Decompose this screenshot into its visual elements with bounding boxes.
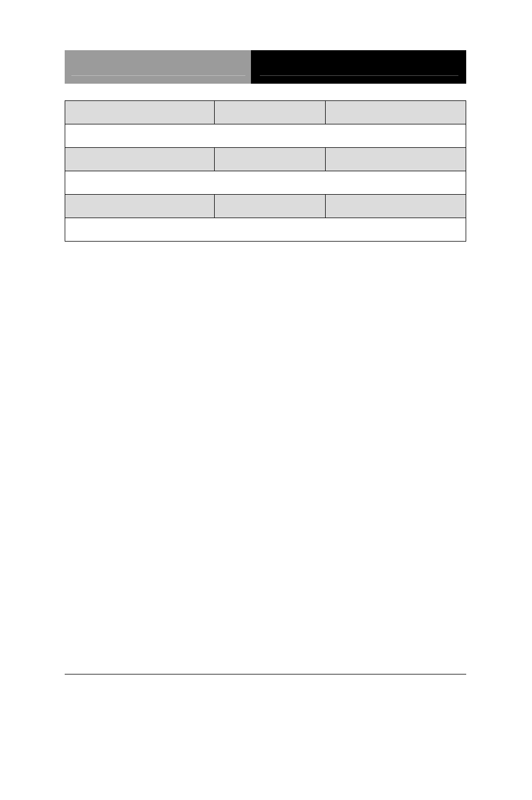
table-cell-merged (65, 124, 466, 148)
table-row (65, 101, 466, 124)
header-left-panel (65, 50, 251, 84)
page-content (65, 50, 466, 242)
table-cell (214, 101, 326, 124)
table-row (65, 218, 466, 242)
table-cell (65, 148, 215, 171)
table-cell (214, 148, 326, 171)
table-row (65, 124, 466, 148)
header-left-underline (71, 75, 245, 76)
table-cell (326, 101, 466, 124)
table-cell (214, 195, 326, 218)
header-right-underline (260, 75, 458, 76)
table-row (65, 148, 466, 171)
header-band (65, 50, 466, 84)
footer-rule (65, 674, 466, 674)
header-right-panel (251, 50, 466, 84)
table-cell-merged (65, 171, 466, 195)
data-table (65, 100, 466, 242)
table-cell-merged (65, 218, 466, 242)
table-cell (326, 195, 466, 218)
table-row (65, 195, 466, 218)
table-cell (65, 195, 215, 218)
table-row (65, 171, 466, 195)
table-cell (65, 101, 215, 124)
table-cell (326, 148, 466, 171)
